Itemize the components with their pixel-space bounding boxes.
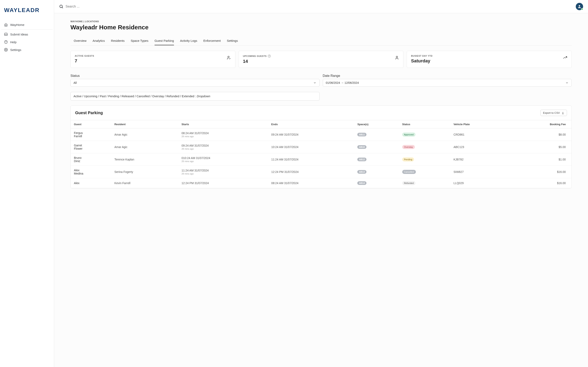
cell-guest: BrunoDiniz [71, 153, 111, 166]
cell-starts: 12:24 PM 31/07/2024 [178, 178, 268, 188]
status-badge: Pending [402, 157, 414, 161]
cell-plate: SIW827 [450, 166, 508, 178]
avatar-icon [577, 4, 581, 8]
tab-overview[interactable]: Overview [74, 36, 86, 45]
search-icon [59, 4, 63, 9]
cell-resident: Serina Fogerty [111, 166, 178, 178]
cell-fee: $5.00 [508, 141, 571, 153]
status-options-suffix: Dropdown [197, 95, 210, 98]
tab-space-types[interactable]: Space Types [131, 36, 148, 45]
tab-settings[interactable]: Settings [227, 36, 238, 45]
sidebar: WAYLEADR WayHome Submit Ideas Help Setti… [0, 0, 54, 367]
col-plate[interactable]: Vehicle Plate [450, 120, 508, 128]
cell-ends: 12:24 PM 31/07/2024 [268, 166, 354, 178]
table-row[interactable]: GarretFlower Amar Agic 09:24 AM 31/07/20… [71, 141, 571, 153]
col-resident[interactable]: Resident [111, 120, 178, 128]
tab-enforcement[interactable]: Enforcement [203, 36, 221, 45]
breadcrumb[interactable]: WAYHOME | LOCATIONS [70, 20, 572, 23]
search-wrap [59, 4, 576, 9]
cell-resident: Amar Agic [111, 128, 178, 141]
status-badge: Cancelled [402, 170, 416, 174]
space-badge: AB10 [357, 145, 366, 149]
cell-status: Cancelled [399, 166, 450, 178]
table-row[interactable]: Alex Kevin Farrell 12:24 PM 31/07/2024 0… [71, 178, 571, 188]
cell-status: Overstay [399, 141, 450, 153]
avatar[interactable] [576, 3, 583, 10]
status-dot [581, 8, 583, 10]
export-button-label: Export to CSV [543, 111, 560, 114]
export-csv-button[interactable]: Export to CSV [540, 110, 567, 116]
sidebar-item-label: WayHome [10, 23, 24, 26]
cell-status: Approved [399, 128, 450, 141]
cell-resident: Terence Kaplan [111, 153, 178, 166]
space-badge: AB13 [357, 170, 366, 174]
stat-label: BUSIEST DAY YTD [411, 55, 432, 57]
cell-ends: 09:24 AM 31/07/2024 [268, 128, 354, 141]
svg-point-2 [6, 49, 7, 50]
filter-status-label: Status [70, 74, 320, 78]
col-fee[interactable]: Booking Fee [508, 120, 571, 128]
brand-text: WAYLEADR [4, 7, 40, 13]
col-spaces[interactable]: Space(s) [354, 120, 399, 128]
svg-point-6 [396, 56, 398, 58]
date-range-select[interactable]: 01/06/2024 → 12/06/2024 [323, 79, 572, 87]
cell-guest: GarretFlower [71, 141, 111, 153]
brand-logo: WAYLEADR [0, 5, 54, 21]
cell-space: AB10 [354, 141, 399, 153]
cell-plate: ABC123 [450, 141, 508, 153]
cell-guest: Alex [71, 178, 111, 188]
topbar [54, 0, 588, 13]
col-starts[interactable]: Starts [178, 120, 268, 128]
status-badge: Refunded [402, 181, 416, 185]
chevron-down-icon [565, 81, 569, 84]
help-circle-icon[interactable]: ? [268, 55, 271, 58]
user-icon [395, 55, 399, 60]
status-badge: Approved [402, 133, 415, 137]
cell-space: AB13 [354, 166, 399, 178]
gear-icon [4, 48, 8, 52]
svg-point-4 [579, 5, 580, 7]
cell-guest: FergusFarrell [71, 128, 111, 141]
stat-value: Saturday [411, 58, 432, 64]
cell-fee: $16.00 [508, 166, 571, 178]
table-row[interactable]: BrunoDiniz Terence Kaplan 010:24 AM 31/0… [71, 153, 571, 166]
sidebar-item-settings[interactable]: Settings [1, 46, 53, 54]
date-range-value: 01/06/2024 → 12/06/2024 [326, 81, 359, 84]
cell-plate: LLQ029 [450, 178, 508, 188]
cell-starts: 09:24 AM 31/07/2024 28 mins ago [178, 141, 268, 153]
tab-residents[interactable]: Residents [111, 36, 125, 45]
sidebar-item-label: Submit Ideas [10, 33, 28, 36]
space-badge: AB11 [357, 133, 366, 136]
cell-fee: $16.00 [508, 178, 571, 188]
sidebar-item-help[interactable]: Help [1, 38, 53, 46]
download-icon [562, 111, 564, 114]
cell-ends: 11:24 AM 31/07/2024 [268, 153, 354, 166]
tab-analytics[interactable]: Analytics [93, 36, 105, 45]
cell-status: Pending [399, 153, 450, 166]
nav-divider [1, 29, 53, 30]
sidebar-item-submit-ideas[interactable]: Submit Ideas [1, 30, 53, 38]
sidebar-item-wayhome[interactable]: WayHome [1, 21, 53, 29]
cell-space: AB14 [354, 178, 399, 188]
search-input[interactable] [66, 5, 127, 8]
sidebar-item-label: Settings [10, 48, 21, 52]
cell-starts: 010:24 AM 31/07/2024 28 mins ago [178, 153, 268, 166]
stat-value: 7 [75, 58, 94, 64]
table-row[interactable]: AlexMedina Serina Fogerty 11:24 AM 31/07… [71, 166, 571, 178]
status-select[interactable]: All [70, 79, 320, 87]
space-badge: AB14 [357, 181, 366, 185]
cell-ends: 10:24 AM 31/07/2024 [268, 141, 354, 153]
cell-space: AB12 [354, 153, 399, 166]
tab-guest-parking[interactable]: Guest Parking [155, 36, 174, 45]
col-status[interactable]: Status [399, 120, 450, 128]
stats-row: ACTIVE GUESTS 7 UPCOMING GUESTS ? 14 BUS… [70, 51, 572, 68]
table-head-row: Guest Resident Starts Ends Space(s) Stat… [71, 120, 571, 128]
stat-busiest-day: BUSIEST DAY YTD Saturday [407, 51, 572, 68]
stat-value: 14 [243, 59, 271, 64]
table-row[interactable]: FergusFarrell Amar Agic 08:24 AM 31/07/2… [71, 128, 571, 141]
cell-starts: 08:24 AM 31/07/2024 28 mins ago [178, 128, 268, 141]
col-ends[interactable]: Ends [268, 120, 354, 128]
col-guest[interactable]: Guest [71, 120, 111, 128]
status-options-text: Active / Upcoming / Past / Pending / Rel… [73, 95, 197, 98]
tab-activity-logs[interactable]: Activity Logs [180, 36, 197, 45]
